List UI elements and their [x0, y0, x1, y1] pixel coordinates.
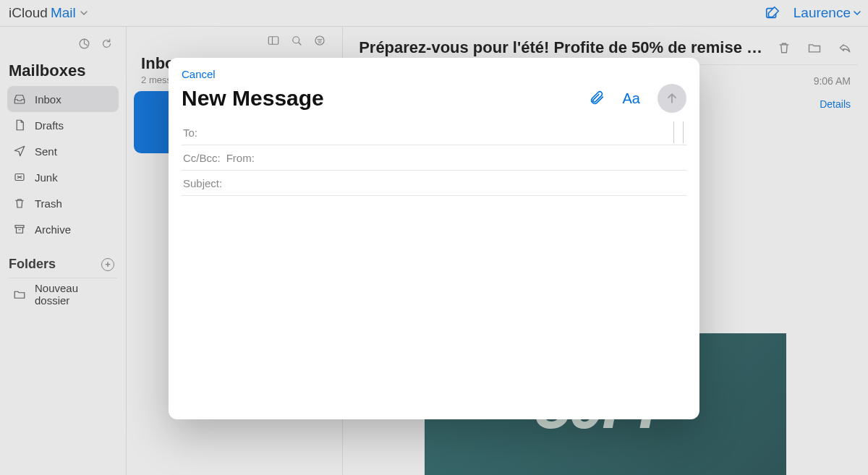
subject-input[interactable] — [228, 171, 685, 195]
format-button[interactable]: Aa — [623, 90, 640, 107]
contacts-picker-handle[interactable] — [673, 121, 684, 143]
subject-row: Subject: — [182, 171, 686, 196]
compose-modal: Cancel New Message Aa To: Cc/Bcc: From: — [169, 58, 699, 419]
to-input[interactable] — [203, 120, 685, 145]
attach-button[interactable] — [590, 90, 605, 106]
compose-title: New Message — [182, 86, 324, 111]
cancel-button[interactable]: Cancel — [182, 68, 216, 80]
send-button[interactable] — [658, 84, 686, 113]
modal-overlay: Cancel New Message Aa To: Cc/Bcc: From: — [0, 0, 868, 475]
ccbcc-row[interactable]: Cc/Bcc: From: — [182, 145, 686, 171]
subject-label: Subject: — [183, 177, 222, 189]
to-row: To: — [182, 120, 686, 145]
compose-actions: Aa — [590, 84, 686, 113]
from-label: From: — [226, 152, 255, 164]
compose-fields: To: Cc/Bcc: From: Subject: — [182, 120, 686, 196]
compose-header: New Message Aa — [182, 84, 686, 113]
ccbcc-label: Cc/Bcc: — [183, 152, 221, 164]
to-label: To: — [183, 127, 197, 139]
